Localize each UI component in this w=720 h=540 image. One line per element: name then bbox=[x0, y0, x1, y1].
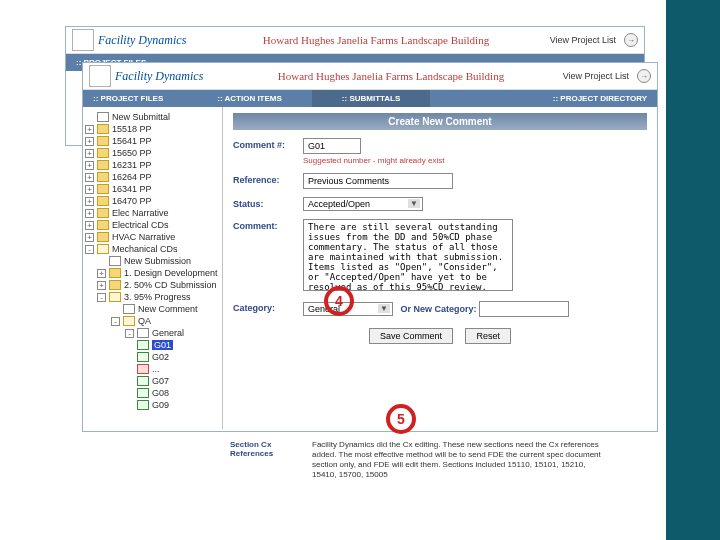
tab-action-items[interactable]: :: ACTION ITEMS bbox=[177, 90, 312, 107]
folder-icon bbox=[97, 196, 109, 206]
folder-icon bbox=[97, 124, 109, 134]
logo-text: Facility Dynamics bbox=[115, 70, 203, 82]
comment-number-input[interactable] bbox=[303, 138, 361, 154]
tree-item-label[interactable]: New Comment bbox=[138, 304, 198, 314]
tree-item-label[interactable]: Mechanical CDs bbox=[112, 244, 178, 254]
file-icon bbox=[97, 112, 109, 122]
project-tree[interactable]: New Submittal+15518 PP+15641 PP+15650 PP… bbox=[83, 107, 223, 429]
tree-item-label[interactable]: 16470 PP bbox=[112, 196, 152, 206]
tree-toggle[interactable]: + bbox=[85, 125, 94, 134]
folder-icon bbox=[97, 208, 109, 218]
tree-toggle[interactable]: + bbox=[85, 221, 94, 230]
tree-item-label[interactable]: Electrical CDs bbox=[112, 220, 169, 230]
label-reference: Reference: bbox=[233, 173, 303, 185]
tree-toggle[interactable]: + bbox=[85, 161, 94, 170]
label-status: Status: bbox=[233, 197, 303, 209]
tree-toggle[interactable]: + bbox=[85, 185, 94, 194]
tree-toggle[interactable]: - bbox=[111, 317, 120, 326]
tree-toggle bbox=[125, 365, 134, 374]
new-category-input[interactable] bbox=[479, 301, 569, 317]
page-title: Howard Hughes Janelia Farms Landscape Bu… bbox=[223, 70, 558, 82]
tree-toggle bbox=[125, 401, 134, 410]
logo-icon bbox=[72, 29, 94, 51]
tree-item-label[interactable]: 15650 PP bbox=[112, 148, 152, 158]
folder-icon bbox=[97, 184, 109, 194]
tree-item-label[interactable]: 2. 50% CD Submission bbox=[124, 280, 217, 290]
tree-item-label[interactable]: Elec Narrative bbox=[112, 208, 169, 218]
tree-item-label[interactable]: 16341 PP bbox=[112, 184, 152, 194]
tree-item-label[interactable]: General bbox=[152, 328, 184, 338]
folder-icon bbox=[109, 268, 121, 278]
comment-textarea[interactable] bbox=[303, 219, 513, 291]
file-icon bbox=[109, 256, 121, 266]
view-project-list-link[interactable]: View Project List bbox=[559, 71, 633, 81]
tree-toggle[interactable]: + bbox=[85, 233, 94, 242]
tree-toggle bbox=[85, 113, 94, 122]
status-select[interactable]: Accepted/Open bbox=[303, 197, 423, 211]
tree-item-label[interactable]: G07 bbox=[152, 376, 169, 386]
tree-item-label[interactable]: 16264 PP bbox=[112, 172, 152, 182]
tree-toggle[interactable]: + bbox=[85, 149, 94, 158]
file-icon bbox=[123, 304, 135, 314]
status-value: Accepted/Open bbox=[308, 199, 370, 209]
tree-item-label[interactable]: 15518 PP bbox=[112, 124, 152, 134]
tree-toggle bbox=[125, 341, 134, 350]
annotation-marker-4: 4 bbox=[324, 286, 354, 316]
tree-toggle bbox=[97, 257, 106, 266]
logo-text: Facility Dynamics bbox=[98, 34, 186, 46]
label-comment-no: Comment #: bbox=[233, 138, 303, 150]
folder-icon bbox=[97, 160, 109, 170]
lower-partial-content: Section Cx References Facility Dynamics … bbox=[230, 440, 610, 480]
form-title: Create New Comment bbox=[233, 113, 647, 130]
tree-toggle bbox=[125, 389, 134, 398]
tree-item-label[interactable]: G01 bbox=[152, 340, 173, 350]
tree-item-label[interactable]: G08 bbox=[152, 388, 169, 398]
file-icon bbox=[137, 340, 149, 350]
tab-submittals[interactable]: :: SUBMITTALS bbox=[312, 90, 431, 107]
folder-icon bbox=[109, 280, 121, 290]
folder-icon bbox=[97, 220, 109, 230]
view-project-list-link[interactable]: View Project List bbox=[546, 35, 620, 45]
tree-toggle[interactable]: - bbox=[85, 245, 94, 254]
tree-item-label[interactable]: 1. Design Development bbox=[124, 268, 218, 278]
label-category: Category: bbox=[233, 301, 303, 313]
tree-toggle[interactable]: - bbox=[97, 293, 106, 302]
tree-item-label[interactable]: 3. 95% Progress bbox=[124, 292, 191, 302]
save-comment-button[interactable]: Save Comment bbox=[369, 328, 453, 344]
tab-project-files[interactable]: :: PROJECT FILES bbox=[83, 90, 177, 107]
foreground-window: Facility Dynamics Howard Hughes Janelia … bbox=[82, 62, 658, 432]
tree-toggle[interactable]: - bbox=[125, 329, 134, 338]
tree-item-label[interactable]: 16231 PP bbox=[112, 160, 152, 170]
tree-item-label[interactable]: New Submittal bbox=[112, 112, 170, 122]
file-icon bbox=[137, 328, 149, 338]
tree-toggle bbox=[125, 353, 134, 362]
lower-text: Facility Dynamics did the Cx editing. Th… bbox=[312, 440, 610, 480]
tree-toggle[interactable]: + bbox=[85, 137, 94, 146]
label-new-category: Or New Category: bbox=[401, 304, 477, 314]
logo-icon bbox=[89, 65, 111, 87]
tree-item-label[interactable]: ... bbox=[152, 364, 160, 374]
tree-item-label[interactable]: G09 bbox=[152, 400, 169, 410]
nav-forward-icon[interactable]: → bbox=[637, 69, 651, 83]
tree-item-label[interactable]: G02 bbox=[152, 352, 169, 362]
reset-button[interactable]: Reset bbox=[465, 328, 511, 344]
folder-icon bbox=[97, 136, 109, 146]
logo: Facility Dynamics bbox=[89, 65, 203, 87]
tree-item-label[interactable]: New Submission bbox=[124, 256, 191, 266]
tree-toggle[interactable]: + bbox=[85, 209, 94, 218]
reference-input[interactable] bbox=[303, 173, 453, 189]
file-icon bbox=[137, 364, 149, 374]
comment-number-hint: Suggested number - might already exist bbox=[303, 156, 647, 165]
tree-item-label[interactable]: QA bbox=[138, 316, 151, 326]
annotation-marker-5: 5 bbox=[386, 404, 416, 434]
tree-toggle[interactable]: + bbox=[85, 197, 94, 206]
file-icon bbox=[137, 376, 149, 386]
tree-toggle[interactable]: + bbox=[97, 269, 106, 278]
tree-item-label[interactable]: 15641 PP bbox=[112, 136, 152, 146]
tree-toggle[interactable]: + bbox=[85, 173, 94, 182]
nav-forward-icon[interactable]: → bbox=[624, 33, 638, 47]
tab-project-directory[interactable]: :: PROJECT DIRECTORY bbox=[513, 90, 657, 107]
tree-toggle[interactable]: + bbox=[97, 281, 106, 290]
folder-icon bbox=[97, 172, 109, 182]
tree-item-label[interactable]: HVAC Narrative bbox=[112, 232, 175, 242]
